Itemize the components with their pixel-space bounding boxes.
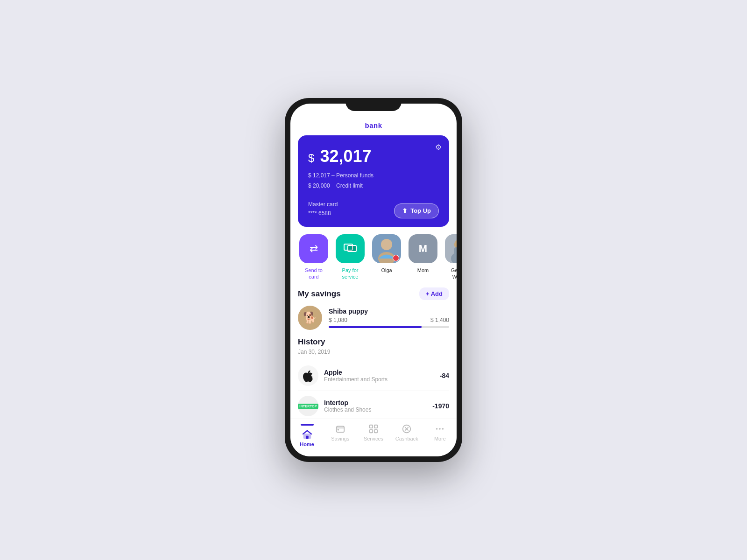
mom-avatar: M xyxy=(409,234,437,263)
nav-savings[interactable]: Savings xyxy=(324,424,357,447)
apple-sub: Entertainment and Sports xyxy=(324,376,434,383)
history-title: History xyxy=(298,337,449,347)
history-date: Jan 30, 2019 xyxy=(298,349,449,355)
dollar-sign: $ xyxy=(308,152,314,164)
nav-cashback[interactable]: Cashback xyxy=(390,424,423,447)
send-card-icon-wrap: ⇄ xyxy=(299,234,328,263)
cashback-icon xyxy=(402,424,412,434)
history-item-intertop[interactable]: INTERTOP Intertop Clothes and Shoes -197… xyxy=(298,391,449,419)
svg-point-19 xyxy=(436,428,438,430)
svg-point-20 xyxy=(439,428,441,430)
nav-cashback-label: Cashback xyxy=(395,436,418,441)
savings-current: $ 1,080 xyxy=(329,317,347,323)
svg-rect-17 xyxy=(374,430,377,433)
nav-services-label: Services xyxy=(364,436,383,441)
svg-rect-15 xyxy=(374,425,377,428)
svg-point-5 xyxy=(381,239,392,250)
savings-icon xyxy=(335,424,345,434)
apple-info: Apple Entertainment and Sports xyxy=(324,369,434,383)
card-info: Master card **** 6588 xyxy=(308,200,338,218)
send-card-icon: ⇄ xyxy=(310,243,318,255)
bottom-nav: Home Savings Services xyxy=(290,419,457,456)
settings-icon[interactable]: ⚙ xyxy=(435,143,442,152)
phone-frame: bank ⚙ $ 32,017 $ 12,017 – Personal fund… xyxy=(285,98,462,462)
personal-funds-amount: $ 12,017 xyxy=(308,172,330,179)
savings-section: My savings + Add 🐕 Shiba puppy $ 1,080 $… xyxy=(290,287,457,330)
savings-item[interactable]: 🐕 Shiba puppy $ 1,080 $ 1,400 xyxy=(298,306,449,330)
svg-rect-11 xyxy=(306,436,309,439)
savings-bar-fill xyxy=(329,326,422,328)
nav-home-label: Home xyxy=(300,441,314,447)
action-send-card[interactable]: ⇄ Send tocard xyxy=(298,234,330,280)
pay-service-label: Pay forservice xyxy=(342,267,359,280)
savings-target: $ 1,400 xyxy=(430,317,449,323)
balance-details: $ 12,017 – Personal funds $ 20,000 – Cre… xyxy=(308,171,439,191)
nav-services[interactable]: Services xyxy=(357,424,390,447)
app-title: bank xyxy=(365,121,382,129)
history-item-apple[interactable]: Apple Entertainment and Sports -84 xyxy=(298,361,449,391)
quick-actions: ⇄ Send tocard Pay forservice xyxy=(290,234,457,288)
intertop-name: Intertop xyxy=(324,399,427,406)
savings-name: Shiba puppy xyxy=(329,308,449,315)
george-label: GeorgeWelch xyxy=(451,267,457,280)
credit-limit-desc: – Credit limit xyxy=(331,182,363,189)
nav-home[interactable]: Home xyxy=(290,424,324,447)
olga-label: Olga xyxy=(381,267,392,273)
savings-amounts: $ 1,080 $ 1,400 xyxy=(329,317,449,323)
savings-bar-bg xyxy=(329,326,449,328)
apple-name: Apple xyxy=(324,369,434,376)
more-icon xyxy=(435,424,445,434)
topup-label: Top Up xyxy=(410,207,431,214)
upload-icon: ⬆ xyxy=(402,207,408,215)
notch xyxy=(345,98,402,111)
svg-rect-9 xyxy=(454,247,457,256)
intertop-info: Intertop Clothes and Shoes xyxy=(324,399,427,413)
personal-funds-desc: – Personal funds xyxy=(331,172,374,179)
nav-more[interactable]: More xyxy=(423,424,457,447)
svg-rect-14 xyxy=(370,425,373,428)
topup-button[interactable]: ⬆ Top Up xyxy=(394,203,439,218)
card-footer: Master card **** 6588 ⬆ Top Up xyxy=(308,200,439,218)
contact-george[interactable]: GeorgeWelch xyxy=(444,234,457,280)
services-icon xyxy=(368,424,379,434)
card-number: **** 6588 xyxy=(308,209,338,218)
contact-olga[interactable]: Olga xyxy=(371,234,402,280)
history-section: History Jan 30, 2019 Apple Entertainment… xyxy=(290,337,457,419)
card-name: Master card xyxy=(308,200,338,209)
savings-img: 🐕 xyxy=(298,306,322,330)
svg-point-13 xyxy=(338,429,338,430)
contact-mom[interactable]: M Mom xyxy=(407,234,439,280)
svg-rect-1 xyxy=(348,245,356,252)
savings-title: My savings xyxy=(298,289,341,299)
intertop-amount: -1970 xyxy=(432,402,449,410)
savings-header: My savings + Add xyxy=(298,287,449,300)
balance-value: 32,017 xyxy=(320,147,371,166)
olga-badge xyxy=(393,255,399,261)
mom-label: Mom xyxy=(417,267,429,273)
home-active-bar xyxy=(301,424,314,426)
svg-rect-16 xyxy=(370,430,373,433)
app-header: bank xyxy=(290,118,457,135)
balance-amount: $ 32,017 xyxy=(308,147,439,166)
balance-card: ⚙ $ 32,017 $ 12,017 – Personal funds $ 2… xyxy=(298,135,449,227)
savings-info: Shiba puppy $ 1,080 $ 1,400 xyxy=(329,308,449,328)
send-card-label: Send tocard xyxy=(305,267,323,280)
svg-point-21 xyxy=(442,428,444,430)
intertop-logo: INTERTOP xyxy=(298,396,318,416)
add-savings-button[interactable]: + Add xyxy=(419,287,449,300)
pay-service-icon xyxy=(344,243,357,254)
pay-service-icon-wrap xyxy=(336,234,365,263)
nav-more-label: More xyxy=(434,436,446,441)
home-icon xyxy=(302,429,312,440)
action-pay-service[interactable]: Pay forservice xyxy=(334,234,366,280)
apple-amount: -84 xyxy=(440,372,449,379)
apple-logo xyxy=(298,365,318,386)
intertop-sub: Clothes and Shoes xyxy=(324,406,427,413)
phone-screen: bank ⚙ $ 32,017 $ 12,017 – Personal fund… xyxy=(290,104,457,456)
credit-limit-amount: $ 20,000 xyxy=(308,182,330,189)
nav-savings-label: Savings xyxy=(331,436,349,441)
